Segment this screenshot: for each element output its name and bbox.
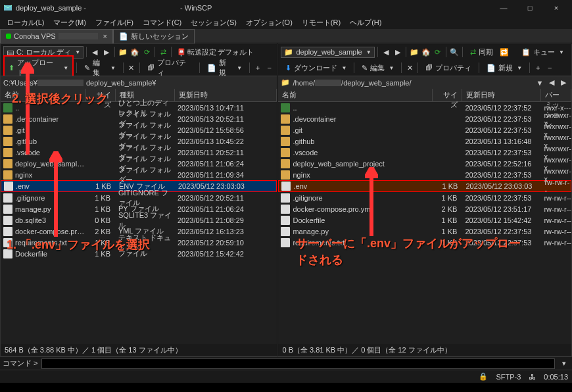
col-size[interactable]: サイズ: [433, 89, 462, 101]
file-row[interactable]: .git2023/05/12 22:37:53rwxrwxr-x: [278, 124, 571, 135]
col-size[interactable]: サイズ: [86, 89, 116, 101]
file-row[interactable]: db.sqlite30 KBSQLITE3 ファイル2023/05/11 21:…: [1, 214, 277, 226]
file-type: ファイル: [114, 249, 174, 258]
minus-icon[interactable]: −: [544, 62, 555, 73]
file-date: 2023/05/13 20:52:11: [174, 115, 277, 123]
menu-command[interactable]: コマンド(C): [139, 16, 185, 29]
file-perm: rw-rw-r--: [540, 216, 571, 224]
command-input[interactable]: [41, 358, 555, 369]
window-title: deploy_web_sample - - WinSCP: [16, 4, 490, 12]
file-date: 2023/05/12 22:37:52: [461, 104, 540, 112]
local-pathbar[interactable]: C:¥Users¥ deploy_web_sample¥: [1, 76, 277, 89]
menu-session[interactable]: セッション(S): [187, 16, 241, 29]
file-row[interactable]: .env1 KB2023/05/12 23:03:03rw-rw-r--: [278, 180, 571, 192]
folder-up-icon[interactable]: 📁: [409, 47, 419, 57]
file-row[interactable]: requirements.txt1 KBテキスト ドキュメント2023/05/1…: [1, 237, 277, 248]
edit-button[interactable]: ✎ 編集 ▼: [357, 61, 398, 75]
file-size: 1 KB: [432, 182, 462, 190]
download-button[interactable]: ⬇ ダウンロード ▼: [281, 61, 351, 75]
col-perm[interactable]: パーミッション: [541, 89, 571, 101]
menu-help[interactable]: ヘルプ(H): [346, 16, 385, 29]
edit-icon: ✎: [84, 64, 90, 72]
file-row[interactable]: .vscode2023/05/12 22:37:53rwxrwxr-x: [278, 147, 571, 158]
sync-button[interactable]: ⇄ 同期: [465, 45, 498, 59]
refresh-icon[interactable]: ⟳: [433, 47, 443, 57]
new-label: 新規: [219, 58, 233, 78]
file-row[interactable]: requirements.txt1 KB2023/05/12 22:37:53r…: [278, 237, 571, 248]
plus-icon[interactable]: +: [252, 62, 263, 73]
folder-home-icon[interactable]: 🏠: [130, 47, 140, 57]
file-row[interactable]: deploy_web_sample_project2023/05/12 22:5…: [278, 158, 571, 169]
lock-icon: 🔒: [479, 372, 488, 381]
file-icon: [3, 227, 12, 236]
chevron-down-icon: ▼: [63, 65, 68, 71]
remote-pane: 📁 deploy_web_sample ▼ ◀ ▶ 📁 🏠 ⟳ 🔍 ⇄ 同期 🔁…: [277, 43, 572, 356]
path-back-icon[interactable]: ◀: [546, 78, 557, 88]
command-list-icon[interactable]: ▾: [559, 358, 569, 369]
close-button[interactable]: ×: [543, 0, 569, 16]
property-button[interactable]: 🗊 プロパティ: [421, 61, 476, 75]
compare-icon[interactable]: 🔁: [499, 47, 510, 57]
menu-mark[interactable]: マーク(M): [49, 16, 90, 29]
new-session-tab[interactable]: 📄 新しいセッション: [113, 29, 195, 43]
folder-icon: [3, 114, 12, 124]
path-fwd-icon[interactable]: ▶: [558, 78, 569, 88]
file-row[interactable]: .gitignore1 KB2023/05/12 22:37:53rw-rw-r…: [278, 192, 571, 203]
session-tab-active[interactable]: Conoha VPS ×: [0, 29, 113, 43]
file-icon: [3, 205, 12, 214]
plus-icon[interactable]: +: [533, 62, 543, 73]
menu-remote[interactable]: リモート(R): [298, 16, 345, 29]
property-icon: 🗊: [425, 64, 433, 72]
file-name: .vscode: [15, 149, 85, 157]
maximize-button[interactable]: □: [517, 0, 543, 16]
file-row[interactable]: manage.py1 KB2023/05/12 22:37:53rw-rw-r-…: [278, 226, 571, 237]
file-icon: [3, 216, 12, 225]
menu-option[interactable]: オプション(O): [242, 16, 297, 29]
file-row[interactable]: .github2023/05/13 13:16:48rwxrwxr-x: [278, 135, 571, 147]
property-label: プロパティ: [157, 58, 193, 78]
minus-icon[interactable]: −: [264, 62, 275, 73]
col-date[interactable]: 更新日時: [462, 89, 541, 101]
file-row[interactable]: docker-compose.pro.yml2 KB2023/05/12 23:…: [278, 203, 571, 214]
folder-icon: [281, 114, 290, 124]
file-date: 2023/05/12 15:42:42: [461, 216, 540, 224]
upload-icon: ⬆: [9, 64, 14, 72]
col-date[interactable]: 更新日時: [175, 89, 277, 101]
menu-file[interactable]: ファイル(F): [91, 16, 137, 29]
path-dropdown-icon[interactable]: ▼: [535, 78, 545, 88]
new-session-icon: 📄: [119, 32, 128, 41]
menu-local[interactable]: ローカル(L): [3, 16, 48, 29]
folder-home-icon[interactable]: 🏠: [421, 47, 431, 57]
file-row[interactable]: nginx2023/05/12 22:37:53rwxrwxr-x: [278, 169, 571, 180]
file-row[interactable]: nginxファイル フォルダー2023/05/11 21:09:34: [1, 169, 277, 180]
file-size: 2 KB: [431, 205, 461, 213]
file-row[interactable]: Dockerfile1 KBファイル2023/05/12 15:42:42: [1, 248, 277, 259]
file-name: db.sqlite3: [15, 216, 85, 224]
local-pane: 🖴 C: ローカル ディ ▼ ◀ ▶ 📁 🏠 ⟳ ⇄ 📮 転送設定 デフォルト …: [0, 43, 277, 356]
file-date: 2023/05/12 16:13:23: [174, 228, 277, 235]
folder-icon: [3, 137, 12, 146]
col-name[interactable]: 名前: [278, 89, 433, 101]
file-row[interactable]: .devcontainer2023/05/12 22:37:53rwxrwxr-…: [278, 113, 571, 124]
file-icon: [281, 238, 290, 247]
file-name: .devcontainer: [15, 115, 85, 123]
nav-back-icon[interactable]: ◀: [381, 47, 391, 57]
file-size: 1 KB: [431, 194, 461, 202]
queue-button[interactable]: 📋 キュー ▼: [517, 45, 569, 59]
nav-fwd-icon[interactable]: ▶: [393, 47, 403, 57]
delete-icon[interactable]: ✕: [126, 62, 137, 73]
file-icon: [281, 227, 290, 236]
file-row[interactable]: .gitignore1 KBGITIGNORE ファイル2023/05/12 2…: [1, 192, 277, 203]
col-name[interactable]: 名前: [1, 89, 86, 101]
tab-close-icon[interactable]: ×: [103, 32, 107, 40]
remote-folder-select[interactable]: 📁 deploy_web_sample ▼: [281, 47, 374, 58]
delete-icon[interactable]: ✕: [404, 62, 415, 73]
remote-pathbar[interactable]: 📁 /home/ /deploy_web_sample/ ▼ ◀ ▶: [278, 76, 571, 89]
minimize-button[interactable]: —: [490, 0, 517, 16]
file-row[interactable]: ..2023/05/12 22:37:52rwxr-x---: [278, 102, 571, 113]
new-button[interactable]: 📄 新規 ▼: [482, 61, 527, 75]
file-row[interactable]: Dockerfile1 KB2023/05/12 15:42:42rw-rw-r…: [278, 214, 571, 226]
file-perm: rw-rw-r--: [540, 239, 571, 247]
file-size: 1 KB: [85, 194, 114, 202]
find-icon[interactable]: 🔍: [449, 47, 460, 57]
